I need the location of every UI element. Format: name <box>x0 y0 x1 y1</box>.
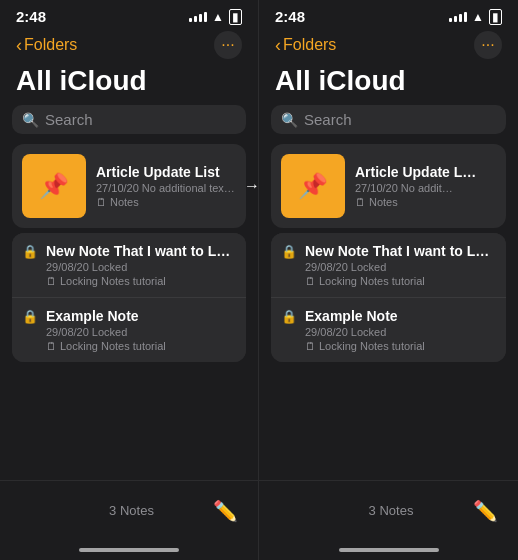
nav-bar-left: ‹ Folders ··· <box>0 29 258 63</box>
folder-icon-left: 🗒 <box>96 196 107 208</box>
locked-note-1-content-right: New Note That I want to Lock 29/08/20 Lo… <box>305 243 496 287</box>
locked-note-2-right[interactable]: 🔒 Example Note 29/08/20 Locked 🗒 Locking… <box>271 297 506 362</box>
more-button-left[interactable]: ··· <box>214 31 242 59</box>
pinned-note-title-right: Article Update L… <box>355 164 496 180</box>
notes-list-right: 📌 Article Update L… 27/10/20 No addit… 🗒… <box>259 144 518 480</box>
ellipsis-icon-left: ··· <box>221 36 234 54</box>
locked-notes-group-left: 🔒 New Note That I want to Lock 29/08/20 … <box>12 233 246 362</box>
bottom-bar-left: 3 Notes ✏️ <box>0 480 258 540</box>
status-time-left: 2:48 <box>16 8 46 25</box>
home-indicator-left <box>0 540 258 560</box>
wifi-icon-left: ▲ <box>212 10 224 24</box>
pinned-note-content-right: Article Update L… 27/10/20 No addit… 🗒 N… <box>355 164 496 208</box>
locked-note-2-title-left: Example Note <box>46 308 236 324</box>
search-placeholder-right: Search <box>304 111 352 128</box>
locked-note-2-folder-left: 🗒 Locking Notes tutorial <box>46 340 236 352</box>
left-panel: 2:48 ▲ ▮ ‹ Folders ··· All iCloud 🔍 Sear… <box>0 0 259 560</box>
pinned-note-folder-right: 🗒 Notes <box>355 196 496 208</box>
back-label-right: Folders <box>283 36 336 54</box>
locked-note-1-title-left: New Note That I want to Lock <box>46 243 236 259</box>
lock-icon-2-left: 🔒 <box>22 309 38 324</box>
more-button-right[interactable]: ··· <box>474 31 502 59</box>
notes-count-right: 3 Notes <box>369 503 414 518</box>
search-bar-right[interactable]: 🔍 Search <box>271 105 506 134</box>
page-title-right: All iCloud <box>259 63 518 105</box>
folder-icon-right: 🗒 <box>355 196 366 208</box>
locked-note-2-content-left: Example Note 29/08/20 Locked 🗒 Locking N… <box>46 308 236 352</box>
battery-icon-left: ▮ <box>229 9 242 25</box>
home-bar-right <box>339 548 439 552</box>
folder-icon-1-right: 🗒 <box>305 275 316 287</box>
ellipsis-icon-right: ··· <box>481 36 494 54</box>
pinned-thumbnail-left: 📌 <box>22 154 86 218</box>
search-placeholder-left: Search <box>45 111 93 128</box>
search-icon-left: 🔍 <box>22 112 39 128</box>
page-title-left: All iCloud <box>0 63 258 105</box>
locked-notes-group-right: 🔒 New Note That I want to Lock 29/08/20 … <box>271 233 506 362</box>
locked-note-1-meta-right: 29/08/20 Locked <box>305 261 496 273</box>
status-icons-right: ▲ ▮ <box>449 9 502 25</box>
nav-bar-right: ‹ Folders ··· <box>259 29 518 63</box>
status-icons-left: ▲ ▮ <box>189 9 242 25</box>
pinned-note-folder-left: 🗒 Notes <box>96 196 236 208</box>
back-button-right[interactable]: ‹ Folders <box>275 35 336 56</box>
compose-icon-left[interactable]: ✏️ <box>213 499 238 523</box>
locked-note-2-content-right: Example Note 29/08/20 Locked 🗒 Locking N… <box>305 308 496 352</box>
status-bar-left: 2:48 ▲ ▮ <box>0 0 258 29</box>
notes-count-left: 3 Notes <box>109 503 154 518</box>
locked-note-2-folder-right: 🗒 Locking Notes tutorial <box>305 340 496 352</box>
locked-note-1-title-right: New Note That I want to Lock <box>305 243 496 259</box>
lock-icon-2-right: 🔒 <box>281 309 297 324</box>
locked-note-1-left[interactable]: 🔒 New Note That I want to Lock 29/08/20 … <box>12 233 246 297</box>
bottom-bar-right: 3 Notes ✏️ <box>259 480 518 540</box>
locked-note-2-meta-right: 29/08/20 Locked <box>305 326 496 338</box>
back-label-left: Folders <box>24 36 77 54</box>
locked-note-2-meta-left: 29/08/20 Locked <box>46 326 236 338</box>
wifi-icon-right: ▲ <box>472 10 484 24</box>
compose-icon-right[interactable]: ✏️ <box>473 499 498 523</box>
locked-note-1-folder-right: 🗒 Locking Notes tutorial <box>305 275 496 287</box>
right-panel: 2:48 ▲ ▮ ‹ Folders ··· All iCloud 🔍 Sear… <box>259 0 518 560</box>
pinned-thumbnail-right: 📌 <box>281 154 345 218</box>
chevron-left-icon-right: ‹ <box>275 35 281 56</box>
folder-icon-1-left: 🗒 <box>46 275 57 287</box>
lock-icon-1-right: 🔒 <box>281 244 297 259</box>
locked-note-1-content-left: New Note That I want to Lock 29/08/20 Lo… <box>46 243 236 287</box>
notes-list-left: 📌 Article Update List 27/10/20 No additi… <box>0 144 258 480</box>
pinned-note-title-left: Article Update List <box>96 164 236 180</box>
pinned-note-left[interactable]: 📌 Article Update List 27/10/20 No additi… <box>12 144 246 228</box>
back-button-left[interactable]: ‹ Folders <box>16 35 77 56</box>
lock-icon-1-left: 🔒 <box>22 244 38 259</box>
pin-icon-left: 📌 <box>39 172 69 200</box>
home-indicator-right <box>259 540 518 560</box>
locked-note-1-right[interactable]: 🔒 New Note That I want to Lock 29/08/20 … <box>271 233 506 297</box>
pinned-note-meta-right: 27/10/20 No addit… <box>355 182 496 194</box>
status-bar-right: 2:48 ▲ ▮ <box>259 0 518 29</box>
folder-icon-2-right: 🗒 <box>305 340 316 352</box>
locked-note-2-left[interactable]: 🔒 Example Note 29/08/20 Locked 🗒 Locking… <box>12 297 246 362</box>
pinned-note-meta-left: 27/10/20 No additional tex… <box>96 182 236 194</box>
pinned-note-content-left: Article Update List 27/10/20 No addition… <box>96 164 236 208</box>
battery-icon-right: ▮ <box>489 9 502 25</box>
signal-icon-left <box>189 12 207 22</box>
search-icon-right: 🔍 <box>281 112 298 128</box>
swipe-arrow-left: → <box>244 177 258 195</box>
pinned-note-right[interactable]: 📌 Article Update L… 27/10/20 No addit… 🗒… <box>271 144 506 228</box>
status-time-right: 2:48 <box>275 8 305 25</box>
locked-note-2-title-right: Example Note <box>305 308 496 324</box>
signal-icon-right <box>449 12 467 22</box>
locked-note-1-meta-left: 29/08/20 Locked <box>46 261 236 273</box>
home-bar-left <box>79 548 179 552</box>
chevron-left-icon-left: ‹ <box>16 35 22 56</box>
locked-note-1-folder-left: 🗒 Locking Notes tutorial <box>46 275 236 287</box>
folder-icon-2-left: 🗒 <box>46 340 57 352</box>
pin-icon-right: 📌 <box>298 172 328 200</box>
search-bar-left[interactable]: 🔍 Search <box>12 105 246 134</box>
